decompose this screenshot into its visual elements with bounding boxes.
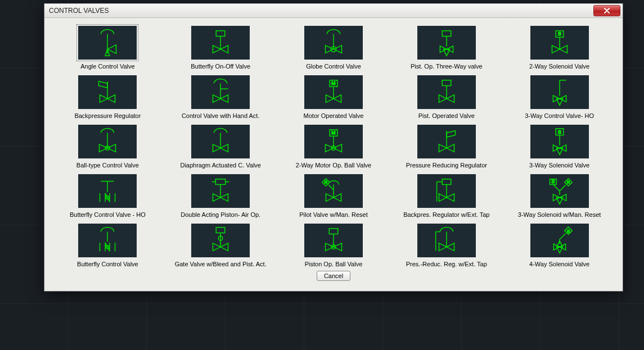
valve-item-butterfly-control-valve[interactable]: Butterfly Control Valve [51,224,164,269]
valve-item-label: Butterfly Control Valve - HO [70,211,146,219]
valve-item-gate-valve-bleed-pist-act[interactable]: Gate Valve w/Bleed and Pist. Act. [164,224,277,269]
valve-item-pressure-reducing-regulator[interactable]: Pressure Reducing Regulator [390,125,503,170]
valve-item-three-way-solenoid-man-reset[interactable]: SR3-Way Solenoid w/Man. Reset [503,174,616,219]
valve-item-label: Angle Control Valve [80,63,134,71]
titlebar: CONTROL VALVES [44,3,623,18]
valve-item-ball-type-control-valve[interactable]: Ball-type Control Valve [51,125,164,170]
svg-text:M: M [331,80,335,86]
piston-op-ball-valve-icon [304,224,363,257]
svg-text:S: S [551,179,555,184]
cancel-button[interactable]: Cancel [317,271,350,281]
valve-item-backpres-regulator-ext-tap[interactable]: Backpres. Regulator w/Ext. Tap [390,174,503,219]
valve-item-label: Pist. Operated Valve [418,112,475,120]
valve-item-label: Butterfly Control Valve [77,261,138,269]
svg-text:S: S [566,229,569,234]
control-valve-hand-act-icon [191,75,250,109]
backpres-regulator-ext-tap-icon [417,174,476,208]
valve-item-globe-control-valve[interactable]: Globe Control Valve [277,26,390,71]
valve-item-pres-reduc-reg-ext-tap[interactable]: Pres.-Reduc. Reg. w/Ext. Tap [390,224,503,269]
motor-operated-valve-icon: M [304,75,363,109]
valve-item-diaphragm-actuated-c-valve[interactable]: Diaphragm Actuated C. Valve [164,125,277,170]
valve-item-four-way-solenoid-valve[interactable]: S4-Way Solenoid Valve [503,224,616,269]
valve-item-three-way-control-valve-ho[interactable]: 3-Way Control Valve- HO [503,75,616,120]
valve-item-angle-control-valve[interactable]: Angle Control Valve [51,26,164,71]
valve-item-label: Diaphragm Actuated C. Valve [180,162,260,170]
valve-item-backpressure-regulator[interactable]: Backpressure Regulator [51,75,164,120]
close-icon [604,8,610,13]
svg-rect-16 [442,80,451,86]
valve-item-label: Pres.-Reduc. Reg. w/Ext. Tap [406,261,487,269]
gate-valve-bleed-pist-act-icon [191,224,250,257]
pilot-valve-man-reset-icon: R [304,174,363,208]
valve-grid: Angle Control ValveButterfly On-Off Valv… [51,26,616,269]
svg-line-52 [553,184,560,191]
valve-item-label: Piston Op. Ball Valve [305,261,363,269]
valve-item-label: Pressure Reducing Regulator [406,162,487,170]
butterfly-on-off-valve-icon [191,26,250,60]
close-button[interactable] [593,5,620,16]
control-valves-dialog: CONTROL VALVES Angle Control ValveButter… [44,3,623,292]
valve-item-butterfly-control-valve-ho[interactable]: Butterfly Control Valve - HO [51,174,164,219]
valve-item-pist-operated-valve[interactable]: Pist. Operated Valve [390,75,503,120]
valve-item-three-way-solenoid-valve[interactable]: S3-Way Solenoid Valve [503,125,616,170]
valve-item-two-way-motor-op-ball-valve[interactable]: M2-Way Motor Op. Ball Valve [277,125,390,170]
valve-item-label: 4-Way Solenoid Valve [529,261,589,269]
valve-item-label: Pilot Valve w/Man. Reset [299,211,367,219]
three-way-solenoid-man-reset-icon: SR [530,174,589,208]
svg-text:S: S [558,31,561,37]
valve-item-pist-op-three-way-valve[interactable]: Pist. Op. Three-Way valve [390,26,503,71]
four-way-solenoid-valve-icon: S [530,224,589,257]
valve-item-label: Ball-type Control Valve [76,162,139,170]
svg-rect-1 [216,31,224,37]
valve-item-label: Double Acting Piston- Air Op. [181,211,260,219]
valve-item-double-acting-piston-air-op[interactable]: Double Acting Piston- Air Op. [164,174,277,219]
svg-rect-39 [215,179,225,185]
svg-rect-5 [442,31,451,37]
svg-rect-66 [329,229,337,234]
valve-item-label: Backpressure Regulator [74,112,141,120]
svg-line-44 [328,185,334,190]
backpressure-regulator-icon [78,75,137,109]
globe-control-valve-icon [304,26,363,60]
valve-item-butterfly-on-off-valve[interactable]: Butterfly On-Off Valve [164,26,277,71]
svg-text:S: S [558,129,561,135]
two-way-motor-op-ball-valve-icon: M [304,125,363,158]
dialog-content: Angle Control ValveButterfly On-Off Valv… [44,18,623,291]
valve-item-label: Globe Control Valve [306,63,361,71]
angle-control-valve-icon [78,26,137,60]
valve-item-control-valve-hand-act[interactable]: Control Valve with Hand Act. [164,75,277,120]
ball-type-control-valve-icon [78,125,137,158]
valve-item-piston-op-ball-valve[interactable]: Piston Op. Ball Valve [277,224,390,269]
valve-item-label: 3-Way Control Valve- HO [525,112,594,120]
svg-line-73 [560,233,566,239]
three-way-solenoid-valve-icon: S [530,125,589,158]
three-way-control-valve-ho-icon [530,75,589,109]
svg-rect-63 [216,228,224,233]
pressure-reducing-regulator-icon [417,125,476,158]
svg-rect-46 [442,179,451,185]
valve-item-label: 2-Way Motor Op. Ball Valve [296,162,372,170]
valve-item-label: Motor Operated Valve [304,112,364,120]
svg-text:M: M [331,130,335,135]
dialog-footer: Cancel [51,269,616,287]
two-way-solenoid-valve-icon: S [530,26,589,60]
valve-item-pilot-valve-man-reset[interactable]: RPilot Valve w/Man. Reset [277,174,390,219]
valve-item-label: Backpres. Regulator w/Ext. Tap [403,211,489,219]
valve-item-label: 3-Way Solenoid w/Man. Reset [518,211,601,219]
pist-operated-valve-icon [417,75,476,109]
valve-item-label: Butterfly On-Off Valve [191,63,250,71]
pist-op-three-way-valve-icon [417,26,476,60]
pres-reduc-reg-ext-tap-icon [417,224,476,257]
valve-item-label: Pist. Op. Three-Way valve [411,63,483,71]
valve-item-two-way-solenoid-valve[interactable]: S2-Way Solenoid Valve [503,26,616,71]
double-acting-piston-air-op-icon [191,174,250,208]
dialog-title: CONTROL VALVES [49,7,593,15]
diaphragm-actuated-c-valve-icon [191,125,250,158]
butterfly-control-valve-ho-icon [78,174,137,208]
valve-item-label: Gate Valve w/Bleed and Pist. Act. [175,261,267,269]
butterfly-control-valve-icon [78,224,137,257]
svg-text:R: R [566,180,570,185]
valve-item-motor-operated-valve[interactable]: MMotor Operated Valve [277,75,390,120]
svg-text:R: R [325,180,328,185]
valve-item-label: 2-Way Solenoid Valve [529,63,589,71]
